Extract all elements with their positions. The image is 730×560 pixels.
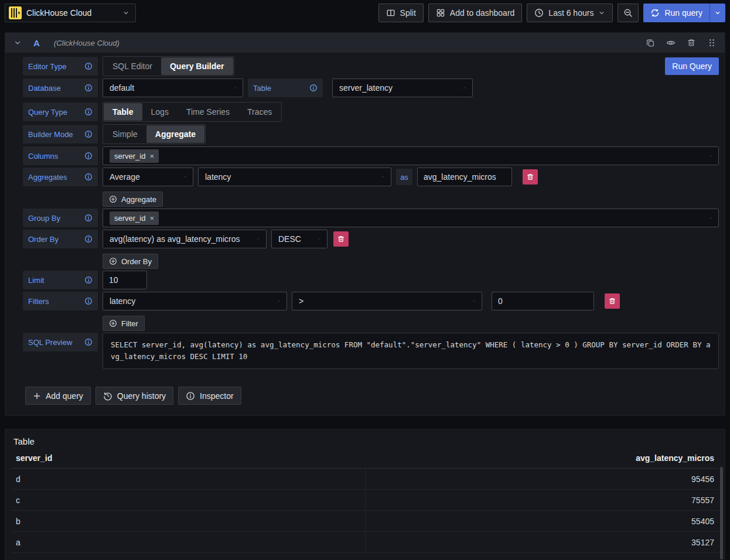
- drag-handle-icon[interactable]: [707, 38, 717, 47]
- query-type-logs[interactable]: Logs: [142, 103, 178, 121]
- remove-tag-icon[interactable]: ×: [149, 152, 154, 160]
- table-scrollbar[interactable]: [720, 467, 723, 559]
- chevron-down-icon: [229, 84, 236, 91]
- trash-icon: [526, 173, 534, 181]
- columns-multiselect[interactable]: server_id ×: [103, 146, 719, 165]
- editor-type-label: Editor Type: [23, 57, 98, 76]
- filter-operator-select[interactable]: >: [292, 292, 482, 310]
- chevron-down-icon: [313, 235, 320, 243]
- aggregate-column-select[interactable]: latency: [198, 168, 391, 186]
- run-query-button[interactable]: Run query: [643, 4, 709, 22]
- column-tag[interactable]: server_id ×: [110, 149, 159, 163]
- remove-tag-icon[interactable]: ×: [149, 214, 154, 222]
- query-ref-id[interactable]: A: [33, 38, 40, 48]
- query-type-traces[interactable]: Traces: [238, 103, 281, 121]
- run-query-split-button[interactable]: Run query: [643, 4, 725, 22]
- remove-filter-button[interactable]: [605, 293, 620, 309]
- builder-mode-switch: Simple Aggregate: [103, 124, 206, 144]
- chevron-down-icon: [179, 173, 186, 180]
- aggregate-function-select[interactable]: Average: [103, 168, 193, 186]
- info-icon[interactable]: [84, 62, 93, 70]
- add-filter-button[interactable]: Filter: [103, 316, 145, 331]
- plus-circle-icon: [109, 195, 117, 203]
- trash-icon: [337, 235, 345, 243]
- add-query-button[interactable]: Add query: [25, 387, 91, 405]
- info-icon[interactable]: [84, 173, 93, 181]
- remove-aggregate-button[interactable]: [523, 169, 538, 185]
- info-icon[interactable]: [84, 235, 93, 243]
- panel-title: Table: [5, 435, 725, 453]
- query-history-button[interactable]: Query history: [95, 387, 173, 405]
- aggregate-alias-input[interactable]: [417, 168, 512, 186]
- run-query-editor-button[interactable]: Run Query: [665, 57, 719, 75]
- datasource-name: ClickHouse Cloud: [26, 8, 118, 18]
- limit-input[interactable]: [103, 271, 147, 289]
- info-icon[interactable]: [84, 152, 93, 160]
- info-icon[interactable]: [84, 276, 93, 284]
- duplicate-query-icon[interactable]: [646, 38, 655, 47]
- info-icon[interactable]: [84, 297, 93, 305]
- table-row: c 75557: [11, 490, 719, 511]
- plus-circle-icon: [109, 319, 117, 327]
- query-type-time-series[interactable]: Time Series: [178, 103, 238, 121]
- chevron-down-icon: [598, 9, 605, 16]
- chevron-down-icon: [377, 173, 384, 180]
- clickhouse-logo-icon: [9, 6, 22, 19]
- order-by-direction-select[interactable]: DESC: [271, 230, 328, 248]
- aggregates-label: Aggregates: [23, 168, 98, 186]
- query-type-table[interactable]: Table: [104, 103, 142, 121]
- info-circle-icon: [186, 391, 195, 401]
- table-header-row: server_id avg_latency_micros: [11, 453, 719, 469]
- info-icon[interactable]: [84, 338, 93, 346]
- split-button[interactable]: Split: [378, 4, 424, 22]
- builder-mode-simple[interactable]: Simple: [104, 125, 146, 143]
- info-icon[interactable]: [309, 84, 318, 92]
- table-label: Table: [248, 78, 323, 97]
- toggle-visibility-eye-icon[interactable]: [666, 38, 676, 47]
- as-badge: as: [396, 169, 412, 185]
- sql-preview-code: SELECT server_id, avg(latency) as avg_la…: [103, 333, 719, 369]
- chevron-down-icon: [122, 9, 129, 16]
- query-row-header[interactable]: A (ClickHouse Cloud): [5, 33, 725, 53]
- group-by-tag[interactable]: server_id ×: [110, 211, 159, 225]
- cell-avg-latency: 55405: [365, 511, 719, 531]
- run-query-dropdown[interactable]: [709, 4, 725, 22]
- database-select[interactable]: default: [103, 78, 243, 97]
- sync-icon: [650, 8, 660, 18]
- info-icon[interactable]: [84, 84, 93, 92]
- add-to-dashboard-button[interactable]: Add to dashboard: [428, 4, 523, 22]
- inspector-button[interactable]: Inspector: [178, 387, 241, 405]
- datasource-hint: (ClickHouse Cloud): [54, 39, 120, 47]
- add-order-by-button[interactable]: Order By: [103, 254, 158, 269]
- datasource-picker[interactable]: ClickHouse Cloud: [5, 4, 136, 22]
- chevron-down-icon: [705, 214, 712, 221]
- filter-column-select[interactable]: latency: [103, 292, 287, 310]
- query-editor-panel: A (ClickHouse Cloud) Editor Type SQL Edi…: [5, 32, 725, 416]
- chevron-down-icon: [705, 152, 712, 159]
- filters-label: Filters: [23, 292, 98, 310]
- table-select[interactable]: server_latency: [332, 78, 473, 97]
- table-result-panel: Table server_id avg_latency_micros d 954…: [5, 429, 725, 560]
- remove-query-trash-icon[interactable]: [687, 38, 696, 47]
- info-icon[interactable]: [84, 108, 93, 116]
- collapse-chevron-icon[interactable]: [13, 39, 22, 47]
- chevron-down-icon: [273, 298, 280, 305]
- filter-value-input[interactable]: [492, 292, 594, 310]
- order-by-field-select[interactable]: avg(latency) as avg_latency_micros: [103, 230, 267, 248]
- sql-editor-option[interactable]: SQL Editor: [104, 57, 161, 75]
- column-header-avg-latency-micros[interactable]: avg_latency_micros: [365, 453, 719, 463]
- plus-circle-icon: [109, 257, 117, 265]
- zoom-out-button[interactable]: [618, 4, 639, 22]
- time-range-picker[interactable]: Last 6 hours: [527, 4, 613, 22]
- cell-avg-latency: 35127: [365, 532, 719, 552]
- builder-mode-aggregate[interactable]: Aggregate: [146, 125, 204, 143]
- chevron-down-icon: [714, 9, 721, 16]
- info-icon[interactable]: [84, 214, 93, 222]
- remove-order-by-button[interactable]: [333, 231, 349, 247]
- chevron-down-icon: [459, 84, 466, 91]
- add-aggregate-button[interactable]: Aggregate: [103, 192, 163, 207]
- group-by-multiselect[interactable]: server_id ×: [103, 209, 719, 227]
- query-builder-option[interactable]: Query Builder: [161, 57, 233, 75]
- info-icon[interactable]: [84, 130, 93, 138]
- column-header-server-id[interactable]: server_id: [11, 453, 365, 463]
